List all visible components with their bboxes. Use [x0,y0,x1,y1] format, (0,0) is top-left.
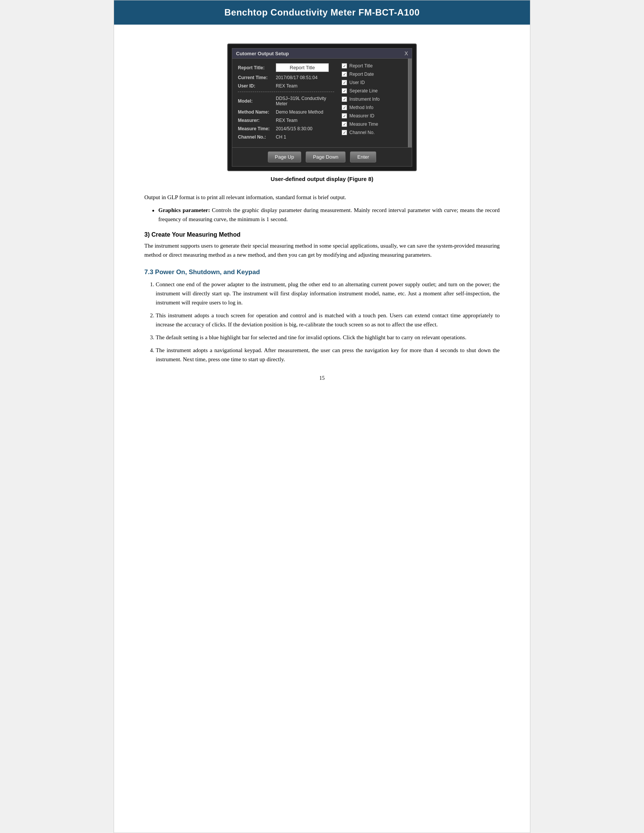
field-row-user-id: User ID: REX Team [238,83,334,88]
page-up-button[interactable]: Page Up [268,151,301,162]
checkbox-check-measurer-id: ✓ [343,114,346,118]
section73-list: Connect one end of the power adapter to … [156,280,500,364]
dialog-right-panel: ✓ Report Title ✓ Report Date ✓ User ID [342,63,402,143]
checkbox-box-seperate-line[interactable]: ✓ [342,88,347,93]
screenshot-container: Cutomer Output Setup X Report Title: [144,43,500,189]
field-value-channel-no: CH 1 [276,134,286,140]
field-value-model: DDSJ–319L Conductivity Meter [276,96,334,106]
bullet-dot: • [152,206,155,224]
field-label-report-title: Report Title: [238,65,276,71]
checkbox-check-report-date: ✓ [343,72,346,77]
field-label-user-id: User ID: [238,83,276,88]
checkbox-report-date[interactable]: ✓ Report Date [342,72,402,77]
separator-line [238,92,334,92]
field-value-method-name: Demo Measure Method [276,109,323,115]
checkbox-label-channel-no: Channel No. [349,130,375,135]
field-row-method-name: Method Name: Demo Measure Method [238,109,334,115]
list-item-2: This instrument adopts a touch screen fo… [156,311,500,329]
checkbox-check-measure-time: ✓ [343,122,346,127]
checkbox-label-measurer-id: Measurer ID [349,113,374,119]
list-item-4: The instrument adopts a navigational key… [156,346,500,364]
checkbox-report-title[interactable]: ✓ Report Title [342,63,402,69]
checkbox-check-seperate-line: ✓ [343,89,346,93]
field-label-channel-no: Channel No.: [238,134,276,140]
page-down-button[interactable]: Page Down [306,151,346,162]
section3-body: The instrument supports users to generat… [144,241,500,259]
checkbox-label-report-date: Report Date [349,72,374,77]
checkbox-check-method-info: ✓ [343,106,346,110]
checkbox-box-instrument-info[interactable]: ✓ [342,96,347,102]
page-header: Benchtop Conductivity Meter FM-BCT-A100 [114,0,530,25]
checkbox-label-seperate-line: Seperate Line [349,88,378,93]
checkbox-label-measure-time: Measure Time [349,122,378,127]
dialog-body: Report Title: Current Time: 2017/08/17 0… [232,59,408,147]
checkbox-label-user-id: User ID [349,80,365,85]
dialog-left-panel: Report Title: Current Time: 2017/08/17 0… [238,63,334,143]
checkbox-check-channel-no: ✓ [343,130,346,135]
page-content: Cutomer Output Setup X Report Title: [114,25,530,833]
field-row-report-title: Report Title: [238,63,334,72]
dialog-footer: Page Up Page Down Enter [232,147,412,166]
checkbox-channel-no[interactable]: ✓ Channel No. [342,130,402,135]
checkbox-box-report-title[interactable]: ✓ [342,63,347,69]
bullet-text-graphics: Graphics parameter: Controls the graphic… [158,206,500,224]
checkbox-user-id[interactable]: ✓ User ID [342,80,402,85]
figure-caption: User-defined output display (Figure 8) [271,176,374,182]
body-paragraph: Output in GLP format is to print all rel… [144,193,500,202]
checkbox-method-info[interactable]: ✓ Method Info [342,105,402,110]
field-row-model: Model: DDSJ–319L Conductivity Meter [238,96,334,106]
dialog-title: Cutomer Output Setup [236,51,289,56]
dialog-inner: Cutomer Output Setup X Report Title: [232,48,412,167]
field-label-current-time: Current Time: [238,75,276,80]
field-value-measurer: REX Team [276,118,297,123]
checkbox-measure-time[interactable]: ✓ Measure Time [342,122,402,127]
field-label-measurer: Measurer: [238,118,276,123]
checkbox-seperate-line[interactable]: ✓ Seperate Line [342,88,402,93]
field-label-measure-time: Measure Time: [238,126,276,131]
list-item-1: Connect one end of the power adapter to … [156,280,500,307]
page-number: 15 [144,368,500,389]
page: Benchtop Conductivity Meter FM-BCT-A100 … [114,0,530,833]
checkbox-label-method-info: Method Info [349,105,373,110]
field-row-current-time: Current Time: 2017/08/17 08:51:04 [238,75,334,80]
field-value-current-time: 2017/08/17 08:51:04 [276,75,317,80]
checkbox-box-user-id[interactable]: ✓ [342,80,347,85]
bullet-label-graphics: Graphics parameter: [158,207,210,213]
field-row-measure-time: Measure Time: 2014/5/15 8:30:00 [238,126,334,131]
checkbox-box-report-date[interactable]: ✓ [342,72,347,77]
report-title-input[interactable] [276,63,329,72]
checkbox-check-user-id: ✓ [343,80,346,85]
enter-button[interactable]: Enter [350,151,376,162]
field-label-model: Model: [238,98,276,104]
checkbox-box-measure-time[interactable]: ✓ [342,122,347,127]
section73-heading: 7.3 Power On, Shutdown, and Keypad [144,269,500,276]
list-item-3: The default setting is a blue highlight … [156,333,500,342]
dialog-body-area: Report Title: Current Time: 2017/08/17 0… [232,59,412,147]
field-row-measurer: Measurer: REX Team [238,118,334,123]
field-row-channel-no: Channel No.: CH 1 [238,134,334,140]
checkbox-box-measurer-id[interactable]: ✓ [342,113,347,119]
checkbox-check-report-title: ✓ [343,64,346,68]
checkbox-label-instrument-info: Instrument Info [349,96,380,102]
dialog-titlebar: Cutomer Output Setup X [232,48,412,59]
checkbox-label-report-title: Report Title [349,63,372,69]
checkbox-box-method-info[interactable]: ✓ [342,105,347,110]
checkbox-measurer-id[interactable]: ✓ Measurer ID [342,113,402,119]
dialog-close-btn[interactable]: X [404,50,408,56]
field-value-measure-time: 2014/5/15 8:30:00 [276,126,312,131]
checkbox-box-channel-no[interactable]: ✓ [342,130,347,135]
checkbox-instrument-info[interactable]: ✓ Instrument Info [342,96,402,102]
dialog-outer: Cutomer Output Setup X Report Title: [227,43,417,171]
bullet-item-graphics: • Graphics parameter: Controls the graph… [152,206,500,224]
page-title: Benchtop Conductivity Meter FM-BCT-A100 [126,7,518,18]
field-value-user-id: REX Team [276,83,297,88]
dialog-scrollbar[interactable] [408,59,412,147]
section3-heading: 3) Create Your Measuring Method [144,232,500,238]
bullet-body-graphics: Controls the graphic display parameter d… [158,207,500,222]
checkbox-check-instrument-info: ✓ [343,97,346,101]
field-label-method-name: Method Name: [238,109,276,115]
